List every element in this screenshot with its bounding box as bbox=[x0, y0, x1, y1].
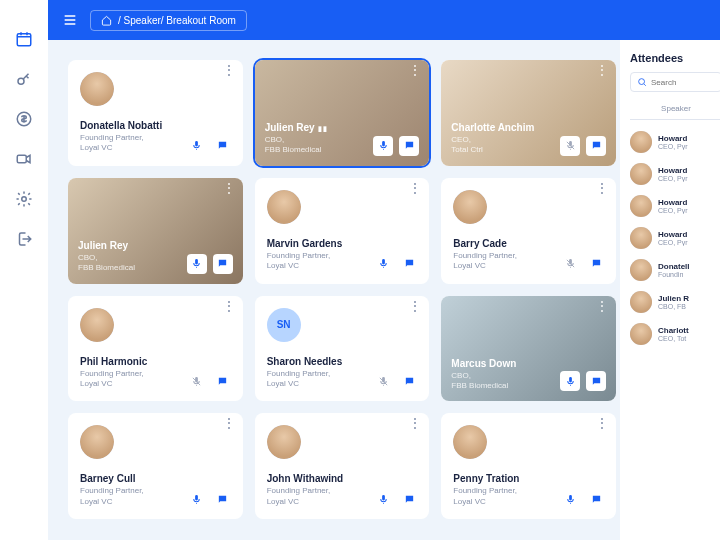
chat-button[interactable] bbox=[213, 254, 233, 274]
more-icon[interactable]: ⋮ bbox=[223, 186, 235, 190]
avatar bbox=[453, 425, 487, 459]
attendee-item[interactable]: HowardCEO, Pyr bbox=[630, 158, 720, 190]
chat-button[interactable] bbox=[399, 254, 419, 274]
avatar bbox=[630, 259, 652, 281]
more-icon[interactable]: ⋮ bbox=[409, 186, 421, 190]
chat-button[interactable] bbox=[399, 489, 419, 509]
attendee-name: Donatell bbox=[658, 262, 690, 271]
attendee-item[interactable]: CharlottCEO, Tot bbox=[630, 318, 720, 350]
chat-button[interactable] bbox=[586, 136, 606, 156]
attendee-name: Howard bbox=[658, 166, 688, 175]
participant-card[interactable]: ⋮SN Sharon NeedlesFounding Partner,Loyal… bbox=[255, 296, 430, 402]
avatar bbox=[630, 323, 652, 345]
more-icon[interactable]: ⋮ bbox=[223, 421, 235, 425]
topbar: / Speaker/ Breakout Room bbox=[48, 0, 720, 40]
participant-name: Barney Cull bbox=[80, 473, 231, 484]
participant-name: Phil Harmonic bbox=[80, 356, 231, 367]
attendee-item[interactable]: Julien RCBO, FB bbox=[630, 286, 720, 318]
search-box[interactable] bbox=[630, 72, 720, 92]
svg-point-1 bbox=[18, 78, 24, 84]
attendee-role: CEO, Pyr bbox=[658, 143, 688, 150]
chat-button[interactable] bbox=[213, 371, 233, 391]
mic-button[interactable] bbox=[187, 371, 207, 391]
more-icon[interactable]: ⋮ bbox=[409, 421, 421, 425]
attendees-title: Attendees bbox=[630, 52, 720, 64]
hamburger-icon[interactable] bbox=[62, 12, 78, 28]
breadcrumb-text: / Speaker/ Breakout Room bbox=[118, 15, 236, 26]
search-icon bbox=[637, 77, 647, 87]
video-icon[interactable] bbox=[15, 150, 33, 168]
chat-button[interactable] bbox=[586, 489, 606, 509]
mic-button[interactable] bbox=[373, 136, 393, 156]
chat-button[interactable] bbox=[586, 254, 606, 274]
more-icon[interactable]: ⋮ bbox=[596, 421, 608, 425]
participant-card[interactable]: ⋮ Charlotte AnchimCEO,Total Ctrl bbox=[441, 60, 616, 166]
participant-name: Marcus Down bbox=[451, 358, 516, 369]
participant-card[interactable]: ⋮ Phil HarmonicFounding Partner,Loyal VC bbox=[68, 296, 243, 402]
chat-button[interactable] bbox=[399, 136, 419, 156]
participant-grid: ⋮ Donatella NobattiFounding Partner,Loya… bbox=[68, 60, 616, 519]
participant-card[interactable]: ⋮ Penny TrationFounding Partner,Loyal VC bbox=[441, 413, 616, 519]
dollar-icon[interactable] bbox=[15, 110, 33, 128]
participant-name: John Withawind bbox=[267, 473, 418, 484]
nav-rail bbox=[0, 0, 48, 540]
calendar-icon[interactable] bbox=[15, 30, 33, 48]
avatar bbox=[453, 190, 487, 224]
mic-button[interactable] bbox=[187, 489, 207, 509]
chat-button[interactable] bbox=[586, 371, 606, 391]
more-icon[interactable]: ⋮ bbox=[223, 304, 235, 308]
participant-name: Donatella Nobatti bbox=[80, 120, 231, 131]
avatar bbox=[630, 227, 652, 249]
more-icon[interactable]: ⋮ bbox=[409, 68, 421, 72]
svg-rect-3 bbox=[17, 155, 26, 163]
attendee-role: CEO, Pyr bbox=[658, 207, 688, 214]
attendee-item[interactable]: HowardCEO, Pyr bbox=[630, 222, 720, 254]
mic-button[interactable] bbox=[560, 371, 580, 391]
avatar bbox=[630, 291, 652, 313]
attendee-item[interactable]: HowardCEO, Pyr bbox=[630, 190, 720, 222]
gear-icon[interactable] bbox=[15, 190, 33, 208]
avatar bbox=[80, 425, 114, 459]
mic-button[interactable] bbox=[373, 371, 393, 391]
participant-card[interactable]: ⋮ Julien ReyCBO,FBB Biomedical bbox=[68, 178, 243, 284]
mic-button[interactable] bbox=[373, 254, 393, 274]
participant-card[interactable]: ⋮ Marvin GardensFounding Partner,Loyal V… bbox=[255, 178, 430, 284]
participant-card[interactable]: ⋮ Donatella NobattiFounding Partner,Loya… bbox=[68, 60, 243, 166]
participant-card[interactable]: ⋮ Marcus DownCBO,FBB Biomedical bbox=[441, 296, 616, 402]
attendee-role: CBO, FB bbox=[658, 303, 689, 310]
attendee-name: Julien R bbox=[658, 294, 689, 303]
avatar bbox=[630, 195, 652, 217]
more-icon[interactable]: ⋮ bbox=[409, 304, 421, 308]
mic-button[interactable] bbox=[373, 489, 393, 509]
more-icon[interactable]: ⋮ bbox=[223, 68, 235, 72]
attendee-name: Howard bbox=[658, 198, 688, 207]
key-icon[interactable] bbox=[15, 70, 33, 88]
more-icon[interactable]: ⋮ bbox=[596, 304, 608, 308]
tab-speaker[interactable]: Speaker bbox=[630, 100, 720, 120]
logout-icon[interactable] bbox=[15, 230, 33, 248]
search-input[interactable] bbox=[651, 78, 701, 87]
mic-button[interactable] bbox=[560, 489, 580, 509]
attendee-item[interactable]: HowardCEO, Pyr bbox=[630, 126, 720, 158]
mic-button[interactable] bbox=[560, 136, 580, 156]
chat-button[interactable] bbox=[213, 136, 233, 156]
participant-name: Penny Tration bbox=[453, 473, 604, 484]
participant-card[interactable]: ⋮ John WithawindFounding Partner,Loyal V… bbox=[255, 413, 430, 519]
mic-button[interactable] bbox=[187, 254, 207, 274]
chat-button[interactable] bbox=[213, 489, 233, 509]
participant-card[interactable]: ⋮ Barney CullFounding Partner,Loyal VC bbox=[68, 413, 243, 519]
participant-role: CBO,FBB Biomedical bbox=[78, 253, 135, 274]
avatar bbox=[80, 72, 114, 106]
attendee-role: CEO, Pyr bbox=[658, 175, 688, 182]
more-icon[interactable]: ⋮ bbox=[596, 186, 608, 190]
mic-button[interactable] bbox=[560, 254, 580, 274]
more-icon[interactable]: ⋮ bbox=[596, 68, 608, 72]
participant-name: Julien Rey bbox=[265, 122, 328, 133]
participant-name: Julien Rey bbox=[78, 240, 135, 251]
chat-button[interactable] bbox=[399, 371, 419, 391]
breadcrumb[interactable]: / Speaker/ Breakout Room bbox=[90, 10, 247, 31]
mic-button[interactable] bbox=[187, 136, 207, 156]
attendee-item[interactable]: DonatellFoundin bbox=[630, 254, 720, 286]
participant-card[interactable]: ⋮ Julien ReyCBO,FBB Biomedical bbox=[255, 60, 430, 166]
participant-card[interactable]: ⋮ Barry CadeFounding Partner,Loyal VC bbox=[441, 178, 616, 284]
